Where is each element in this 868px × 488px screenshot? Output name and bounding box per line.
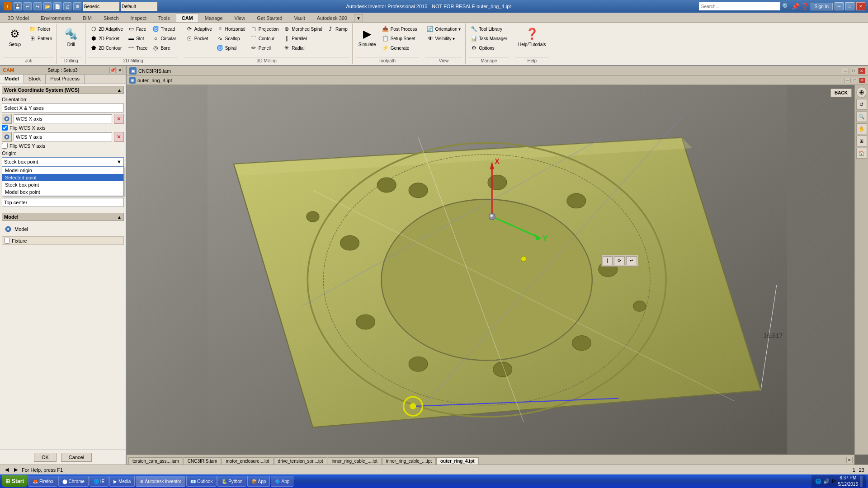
- cancel-button[interactable]: Cancel: [61, 453, 92, 462]
- wcs-y-axis-input[interactable]: WCS Y axis: [14, 132, 112, 141]
- tab-post-process[interactable]: Post Process: [46, 75, 85, 84]
- parallel-button[interactable]: ∥ Parallel: [281, 34, 324, 43]
- setup-sheet-button[interactable]: 📋 Setup Sheet: [380, 34, 419, 43]
- projection-button[interactable]: ◻ Projection: [248, 24, 280, 33]
- trace-button[interactable]: 〰 Trace: [126, 43, 149, 52]
- origin-dropdown-value[interactable]: Stock box point ▼: [2, 157, 124, 166]
- main-vp-restore[interactable]: □: [850, 68, 857, 74]
- inner-vp-minimize[interactable]: ─: [844, 78, 851, 83]
- quick-access-redo[interactable]: ↪: [33, 2, 42, 10]
- tab-inner1[interactable]: inner_ring_cable_....ipt: [328, 457, 382, 465]
- flip-y-checkbox[interactable]: [2, 143, 8, 149]
- orientation-button[interactable]: 🔄 Orientation ▾: [425, 24, 463, 33]
- nav-cube-btn[interactable]: ⊕: [856, 87, 867, 98]
- tab-stock[interactable]: Stock: [24, 75, 46, 84]
- task-manager-button[interactable]: 📊 Task Manager: [468, 34, 509, 43]
- origin-option-stock-box-point[interactable]: Stock box point: [2, 181, 123, 188]
- tab-environments[interactable]: Environments: [35, 14, 77, 22]
- taskbar-chrome[interactable]: ⬤ Chrome: [58, 476, 89, 487]
- scallop-button[interactable]: ∿ Scallop: [215, 34, 247, 43]
- view-home-btn[interactable]: 🏠: [856, 148, 867, 159]
- main-vp-close[interactable]: ✕: [858, 68, 865, 74]
- search-input[interactable]: [699, 2, 780, 10]
- folder-button[interactable]: 📁 Folder: [27, 24, 54, 33]
- inner-vp-restore[interactable]: □: [852, 78, 858, 83]
- tab-manage[interactable]: Manage: [199, 14, 229, 22]
- wcs-y-axis-clear-btn[interactable]: ✕: [114, 132, 124, 142]
- radial-button[interactable]: ✳ Radial: [281, 43, 324, 52]
- quick-access-undo[interactable]: ↩: [24, 2, 32, 10]
- origin-option-selected-point[interactable]: Selected point: [2, 174, 123, 181]
- pin-icon[interactable]: 📌: [792, 3, 799, 10]
- more-tabs-btn[interactable]: ▼: [354, 14, 363, 22]
- tab-cam[interactable]: CAM: [176, 14, 199, 22]
- bore-button[interactable]: ◎ Bore: [150, 43, 178, 52]
- taskbar-mediaplayer[interactable]: ▶ Media: [109, 476, 135, 487]
- contour-button[interactable]: ⌒ Contour: [248, 34, 280, 43]
- horizontal-button[interactable]: ≡ Horizontal: [215, 24, 247, 33]
- wcs-section-header[interactable]: Work Coordinate System (WCS) ▲: [2, 86, 124, 94]
- pattern-button[interactable]: ⊞ Pattern: [27, 34, 54, 43]
- zoom-btn[interactable]: 🔍: [856, 111, 867, 122]
- quick-access-open[interactable]: 📂: [43, 2, 52, 10]
- tab-cnc3iris[interactable]: CNC3IRIS.iam: [184, 457, 222, 465]
- start-button[interactable]: ⊞ Start: [2, 475, 28, 487]
- fixture-checkbox[interactable]: [4, 238, 10, 244]
- thread-button[interactable]: 🌀 Thread: [150, 24, 178, 33]
- 2d-pocket-button[interactable]: ⬢ 2D Pocket: [88, 34, 125, 43]
- minimize-button[interactable]: ─: [835, 2, 844, 10]
- model-section-header[interactable]: Model ▲: [2, 213, 124, 221]
- tab-inspect[interactable]: Inspect: [125, 14, 152, 22]
- panel-close-btn[interactable]: ✕: [117, 67, 123, 73]
- pan-btn[interactable]: ✋: [856, 123, 867, 134]
- quick-access-print[interactable]: 🖨: [63, 2, 71, 10]
- spiral-button[interactable]: 🌀 Spiral: [215, 43, 247, 52]
- inner-vp-close[interactable]: ✕: [859, 78, 865, 83]
- tab-model[interactable]: Model: [0, 75, 24, 84]
- tab-bim[interactable]: BIM: [77, 14, 98, 22]
- tab-torsion[interactable]: torsion_cam_ass....iam: [128, 457, 183, 465]
- tab-inner2[interactable]: inner_ring_cable_....ipt: [382, 457, 436, 465]
- orbit-btn[interactable]: ↺: [856, 99, 867, 110]
- wcs-x-axis-pick-btn[interactable]: [2, 114, 12, 124]
- morphed-spiral-button[interactable]: ⊛ Morphed Spiral: [281, 24, 324, 33]
- close-button[interactable]: ✕: [856, 2, 865, 10]
- post-process-button[interactable]: 📤 Post Process: [380, 24, 419, 33]
- 2d-adaptive-button[interactable]: ⬡ 2D Adaptive: [88, 24, 125, 33]
- slot-button[interactable]: ▬ Slot: [126, 34, 149, 43]
- taskbar-outlook[interactable]: 📧 Outlook: [186, 476, 217, 487]
- quick-access-save[interactable]: 💾: [14, 2, 22, 10]
- tool-library-button[interactable]: 🔧 Tool Library: [468, 24, 509, 33]
- panel-pin-btn[interactable]: 📌: [109, 67, 116, 73]
- sign-in-button[interactable]: Sign In: [811, 3, 833, 10]
- ok-button[interactable]: OK: [34, 453, 57, 462]
- wcs-x-axis-input[interactable]: WCS X axis: [14, 114, 112, 123]
- profile-select[interactable]: Generic: [83, 2, 119, 11]
- flip-x-checkbox[interactable]: [2, 125, 8, 131]
- tray-show-desktop[interactable]: [860, 476, 863, 487]
- taskbar-app2[interactable]: 🔷 App: [271, 476, 293, 487]
- pocket-button[interactable]: ⊡ Pocket: [184, 34, 214, 43]
- circular-button[interactable]: ○ Circular: [150, 34, 178, 43]
- style-select[interactable]: Default: [121, 2, 157, 11]
- ramp-button[interactable]: ⤴ Ramp: [325, 24, 349, 33]
- quick-access-properties[interactable]: ⚙: [73, 2, 81, 10]
- tab-motor[interactable]: motor_enclosure....ipt: [222, 457, 273, 465]
- taskbar-python[interactable]: 🐍 Python: [217, 476, 246, 487]
- close-tab-btn[interactable]: ✕: [846, 457, 853, 463]
- fit-btn[interactable]: ⊞: [856, 136, 867, 146]
- adaptive-button[interactable]: ⟳ Adaptive: [184, 24, 214, 33]
- options-button[interactable]: ⚙ Options: [468, 43, 509, 52]
- taskbar-app1[interactable]: 📦 App: [247, 476, 270, 487]
- main-vp-minimize[interactable]: ─: [842, 68, 849, 74]
- stock-box-point-select[interactable]: Top center Top left Center Bottom center: [2, 198, 124, 207]
- tab-vault[interactable]: Vault: [288, 14, 311, 22]
- pencil-button[interactable]: ✏ Pencil: [248, 43, 280, 52]
- view-ctrl-undo[interactable]: ↩: [626, 256, 637, 265]
- tab-autodesk360[interactable]: Autodesk 360: [311, 14, 353, 22]
- help-icon[interactable]: ❓: [801, 3, 809, 10]
- wcs-x-axis-clear-btn[interactable]: ✕: [114, 114, 124, 124]
- origin-option-model-box-point[interactable]: Model box point: [2, 188, 123, 196]
- simulate-button[interactable]: ▶ Simulate: [355, 24, 379, 48]
- face-button[interactable]: ▭ Face: [126, 24, 149, 33]
